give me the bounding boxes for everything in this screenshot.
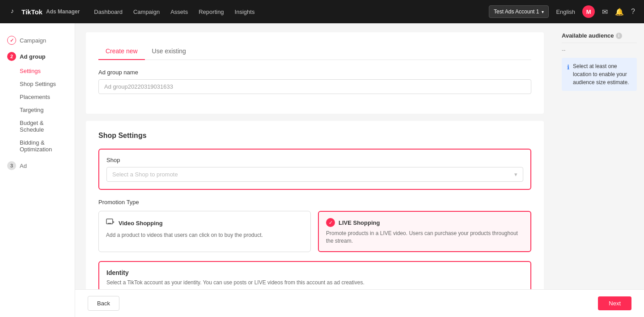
promo-option-live-shopping[interactable]: ✓ LIVE Shopping Promote products in a LI… — [318, 211, 531, 252]
nav-link-campaign[interactable]: Campaign — [133, 7, 160, 17]
audience-dash: -- — [562, 47, 637, 53]
top-nav-right: Test Ads Account 1 ▾ English M ✉ 🔔 ? — [489, 5, 635, 18]
main-content: Create new Use existing Ad group name Sh… — [75, 23, 555, 317]
audience-info-box: ℹ Select at least one location to enable… — [562, 58, 637, 91]
footer-bar: Back Next — [75, 289, 644, 317]
next-button[interactable]: Next — [598, 296, 631, 310]
back-button[interactable]: Back — [88, 296, 119, 311]
bell-icon[interactable]: 🔔 — [615, 8, 624, 16]
avatar[interactable]: M — [582, 5, 595, 18]
ad-group-name-label: Ad group name — [98, 69, 531, 76]
nav-links: Dashboard Campaign Assets Reporting Insi… — [94, 7, 475, 17]
live-shopping-desc: Promote products in a LIVE video. Users … — [326, 230, 523, 245]
ad-group-name-field: Ad group name — [98, 69, 531, 94]
step-num-ad: 3 — [7, 161, 16, 170]
sidebar-item-placements[interactable]: Placements — [0, 90, 75, 103]
shop-select[interactable]: Select a Shop to promote ▾ — [106, 167, 523, 182]
nav-link-dashboard[interactable]: Dashboard — [94, 7, 123, 17]
video-shopping-title: Video Shopping — [119, 220, 163, 227]
shop-label: Shop — [106, 157, 523, 163]
ad-group-name-input[interactable] — [98, 79, 531, 94]
sidebar-step-ad-label: Ad — [20, 163, 27, 169]
tabs: Create new Use existing — [98, 43, 531, 60]
shop-chevron-icon: ▾ — [514, 171, 517, 178]
audience-info-icon[interactable]: i — [616, 33, 622, 39]
audience-divider — [562, 43, 637, 43]
top-nav: ♪ TikTok Ads Manager Dashboard Campaign … — [0, 0, 644, 23]
step-num-campaign: ✓ — [7, 36, 16, 45]
promotion-type-label: Promotion Type — [98, 199, 531, 206]
language-button[interactable]: English — [556, 9, 575, 15]
tab-use-existing[interactable]: Use existing — [145, 43, 193, 60]
sidebar-item-shop-settings[interactable]: Shop Settings — [0, 77, 75, 90]
logo-text: TikTok — [21, 8, 42, 16]
right-panel: Available audience i -- ℹ Select at leas… — [555, 23, 644, 317]
video-shopping-desc: Add a product to videos that users can c… — [106, 231, 303, 239]
sidebar-step-campaign-label: Campaign — [20, 37, 46, 44]
logo: ♪ TikTok Ads Manager — [9, 6, 80, 18]
promotion-options: Video Shopping Add a product to videos t… — [98, 211, 531, 252]
logo-sub-text: Ads Manager — [46, 9, 80, 15]
shop-settings-title: Shop Settings — [98, 132, 531, 140]
account-selector[interactable]: Test Ads Account 1 ▾ — [489, 5, 549, 18]
mail-icon[interactable]: ✉ — [602, 8, 608, 16]
shop-placeholder: Select a Shop to promote — [112, 171, 178, 178]
sidebar-step-adgroup-label: Ad group — [20, 53, 46, 60]
tab-create-new[interactable]: Create new — [98, 43, 145, 60]
svg-rect-3 — [108, 223, 111, 224]
nav-link-reporting[interactable]: Reporting — [199, 7, 224, 17]
promotion-type-field: Promotion Type Video — [98, 199, 531, 252]
nav-link-assets[interactable]: Assets — [170, 7, 188, 17]
sidebar-item-budget-schedule[interactable]: Budget & Schedule — [0, 116, 75, 136]
identity-desc: Select a TikTok account as your identity… — [106, 279, 523, 287]
identity-title: Identity — [106, 269, 523, 276]
video-shopping-icon — [106, 218, 115, 229]
live-shopping-check-icon: ✓ — [326, 218, 335, 227]
sidebar-step-campaign[interactable]: ✓ Campaign — [0, 32, 75, 48]
sidebar: ✓ Campaign 2 Ad group Settings Shop Sett… — [0, 23, 75, 317]
shop-settings-card: Shop Settings Shop Select a Shop to prom… — [86, 121, 544, 317]
sidebar-step-ad[interactable]: 3 Ad — [0, 158, 75, 174]
promo-option-video-shopping[interactable]: Video Shopping Add a product to videos t… — [98, 211, 311, 252]
account-chevron-icon: ▾ — [542, 9, 544, 14]
sidebar-item-settings[interactable]: Settings — [0, 64, 75, 77]
shop-field-container: Shop Select a Shop to promote ▾ — [98, 149, 531, 190]
audience-info-circle-icon: ℹ — [567, 63, 569, 86]
ad-group-settings-card: Create new Use existing Ad group name — [86, 32, 544, 114]
sidebar-item-bidding[interactable]: Bidding & Optimization — [0, 136, 75, 156]
live-shopping-title: LIVE Shopping — [339, 219, 380, 226]
svg-text:♪: ♪ — [11, 7, 14, 14]
audience-info-text: Select at least one location to enable y… — [573, 62, 631, 86]
sidebar-item-targeting[interactable]: Targeting — [0, 103, 75, 116]
account-name: Test Ads Account 1 — [494, 9, 539, 15]
sidebar-step-adgroup[interactable]: 2 Ad group — [0, 48, 75, 64]
step-num-adgroup: 2 — [7, 52, 16, 61]
available-audience-title-text: Available audience — [562, 32, 614, 39]
available-audience-header: Available audience i — [562, 32, 637, 39]
tiktok-logo-icon: ♪ — [9, 6, 19, 18]
nav-link-insights[interactable]: Insights — [235, 7, 255, 17]
help-icon[interactable]: ? — [631, 8, 635, 16]
